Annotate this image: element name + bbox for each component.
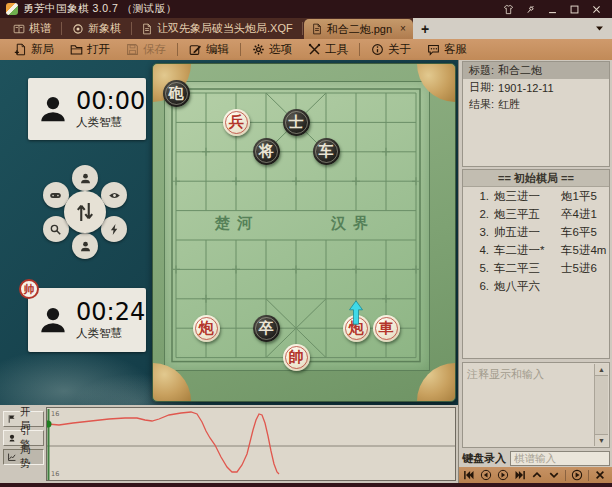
move-row-3[interactable]: 3.帅五进一车6平5 — [463, 223, 609, 241]
chat-icon — [427, 43, 440, 56]
black-piece-砲[interactable]: 砲 — [163, 80, 190, 107]
tab-strip: 棋谱新象棋让双先象局破当头炮局.XQF和合二炮.pgn× — [0, 18, 413, 39]
move-list: 1.炮三进一炮1平52.炮三平五卒4进13.帅五进一车6平54.车二进一*车5进… — [463, 187, 609, 295]
maximize-button[interactable] — [569, 4, 580, 15]
stop-button[interactable] — [594, 469, 606, 481]
scroll-up-icon[interactable]: ▲ — [595, 364, 608, 376]
evaluation-section: 开局引擎局势 16 16 — [0, 405, 458, 483]
skin-button[interactable] — [503, 4, 514, 15]
player-bottom-time: 00:24 — [76, 299, 145, 325]
toolbar-5-button[interactable]: 编辑 — [181, 39, 237, 60]
graph-top-label: 16 — [51, 410, 59, 418]
player-bottom-name: 人类智慧 — [76, 326, 122, 341]
view-button[interactable] — [101, 182, 127, 208]
player-card-bottom: 帅 00:24 人类智慧 — [28, 288, 146, 352]
graph-bottom-label: 16 — [51, 470, 59, 478]
toolbar-2-button[interactable]: 打开 — [62, 39, 118, 60]
main-toolbar: 新局打开保存编辑选项工具关于客服 — [0, 39, 612, 60]
edit-icon — [189, 43, 202, 56]
toolbar-10-button[interactable]: 关于 — [363, 39, 419, 60]
move-row-4[interactable]: 4.车二进一*车5进4m — [463, 241, 609, 259]
newgame-icon — [72, 23, 84, 35]
doc-icon — [141, 23, 153, 35]
minimize-button[interactable] — [547, 4, 558, 15]
scroll-down-icon[interactable]: ▼ — [595, 434, 608, 446]
toolbar-8-button[interactable]: 工具 — [300, 39, 356, 60]
black-piece-将[interactable]: 将 — [253, 138, 280, 165]
window-controls — [503, 4, 612, 15]
last-move-button[interactable] — [514, 469, 526, 481]
black-piece-卒[interactable]: 卒 — [253, 315, 280, 342]
swap-icon — [73, 200, 97, 224]
info-row-3[interactable]: 结果:红胜 — [463, 96, 609, 113]
red-piece-炮[interactable]: 炮 — [343, 315, 370, 342]
save-icon — [126, 43, 139, 56]
info-row-2[interactable]: 日期:1901-12-11 — [463, 79, 609, 96]
red-piece-兵[interactable]: 兵 — [223, 109, 250, 136]
player-top-name: 人类智慧 — [76, 115, 122, 130]
player-card-top: 00:00 人类智慧 — [28, 78, 146, 140]
move-list-box: == 初始棋局 == 1.炮三进一炮1平52.炮三平五卒4进13.帅五进一车6平… — [462, 169, 610, 359]
info-row-1[interactable]: 标题:和合二炮 — [463, 62, 609, 79]
window-bottom-border — [0, 483, 612, 487]
swap-sides-button[interactable] — [64, 191, 106, 233]
toolbar-11-button[interactable]: 客服 — [419, 39, 475, 60]
graph-mode-3-button[interactable]: 局势 — [3, 449, 44, 465]
move-row-6[interactable]: 6.炮八平六 — [463, 277, 609, 295]
menu-item-2[interactable]: 新象棋 — [63, 18, 130, 39]
tools-icon — [308, 43, 321, 56]
annotation-scrollbar[interactable]: ▲ ▼ — [594, 364, 608, 446]
auto-play-button[interactable] — [571, 469, 583, 481]
window-title: 勇芳中国象棋 3.0.7 （测试版） — [23, 2, 177, 16]
next-move-button[interactable] — [497, 469, 509, 481]
player-setting-bottom-button[interactable] — [72, 233, 98, 259]
folder-icon — [70, 43, 83, 56]
person-icon — [79, 240, 92, 253]
person-icon — [79, 172, 92, 185]
document-tab-1[interactable]: 让双先象局破当头炮局.XQF — [133, 18, 301, 39]
stone-icon — [7, 433, 17, 443]
next-variation-button[interactable] — [548, 469, 560, 481]
title-bar: 勇芳中国象棋 3.0.7 （测试版） — [0, 0, 612, 18]
black-piece-士[interactable]: 士 — [283, 109, 310, 136]
close-button[interactable] — [591, 4, 602, 15]
move-row-2[interactable]: 2.炮三平五卒4进1 — [463, 205, 609, 223]
turn-badge: 帅 — [19, 279, 39, 299]
engine-move-button[interactable] — [101, 216, 127, 242]
gamepad-icon — [49, 189, 62, 202]
docnew-icon — [14, 43, 27, 56]
prev-variation-button[interactable] — [531, 469, 543, 481]
new-tab-button[interactable]: + — [413, 21, 437, 37]
move-row-1[interactable]: 1.炮三进一炮1平5 — [463, 187, 609, 205]
search-icon — [49, 223, 62, 236]
move-entry-input[interactable] — [510, 451, 610, 466]
tab-close-icon[interactable]: × — [400, 24, 406, 34]
red-piece-帥[interactable]: 帥 — [283, 344, 310, 371]
menu-item-1[interactable]: 棋谱 — [4, 18, 60, 39]
tab-bar: 棋谱新象棋让双先象局破当头炮局.XQF和合二炮.pgn× + — [0, 18, 612, 39]
annotation-input[interactable] — [465, 365, 597, 447]
prev-move-button[interactable] — [480, 469, 492, 481]
player-avatar-icon — [36, 303, 70, 337]
move-row-5[interactable]: 5.车二平三士5进6 — [463, 259, 609, 277]
xiangqi-board[interactable]: 楚河 汉界 砲兵士将车炮卒炮車帥 — [152, 63, 456, 402]
red-piece-炮[interactable]: 炮 — [193, 315, 220, 342]
toolbar-1-button[interactable]: 新局 — [6, 39, 62, 60]
pin-button[interactable] — [525, 4, 536, 15]
tab-list-dropdown-icon[interactable] — [594, 23, 605, 34]
document-tab-2[interactable]: 和合二炮.pgn× — [304, 19, 413, 39]
player-setting-top-button[interactable] — [72, 165, 98, 191]
river-label-left: 楚河 — [215, 214, 259, 233]
game-info-box: 标题:和合二炮日期:1901-12-11结果:红胜 — [462, 61, 610, 167]
keyboard-entry-row: 键盘录入 — [462, 450, 610, 466]
app-window: 勇芳中国象棋 3.0.7 （测试版） 棋谱新象棋让双先象局破当头炮局.XQF和合… — [0, 0, 612, 487]
first-move-button[interactable] — [463, 469, 475, 481]
keyboard-entry-label: 键盘录入 — [462, 451, 506, 466]
toolbar-3-button: 保存 — [118, 39, 174, 60]
black-piece-车[interactable]: 车 — [313, 138, 340, 165]
gear-icon — [252, 43, 265, 56]
evaluation-graph: 16 16 — [46, 407, 456, 481]
red-piece-車[interactable]: 車 — [373, 315, 400, 342]
toolbar-7-button[interactable]: 选项 — [244, 39, 300, 60]
chart-icon — [7, 452, 17, 462]
